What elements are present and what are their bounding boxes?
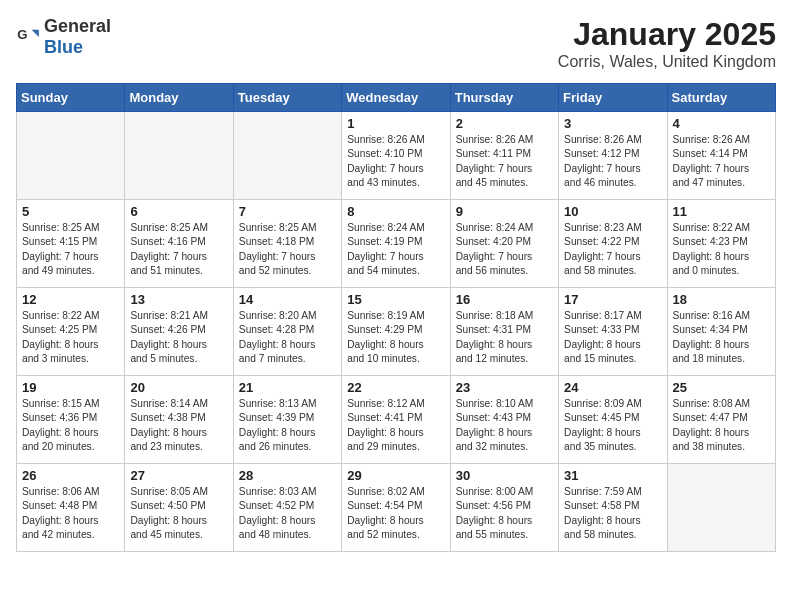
day-number: 26 xyxy=(22,468,119,483)
calendar-subtitle: Corris, Wales, United Kingdom xyxy=(558,53,776,71)
day-number: 18 xyxy=(673,292,770,307)
page-header: G General Blue January 2025 Corris, Wale… xyxy=(16,16,776,71)
calendar-week-row: 1Sunrise: 8:26 AM Sunset: 4:10 PM Daylig… xyxy=(17,112,776,200)
calendar-cell xyxy=(125,112,233,200)
day-number: 1 xyxy=(347,116,444,131)
day-number: 13 xyxy=(130,292,227,307)
day-number: 29 xyxy=(347,468,444,483)
calendar-cell: 9Sunrise: 8:24 AM Sunset: 4:20 PM Daylig… xyxy=(450,200,558,288)
svg-marker-2 xyxy=(32,30,39,37)
calendar-cell: 16Sunrise: 8:18 AM Sunset: 4:31 PM Dayli… xyxy=(450,288,558,376)
calendar-cell xyxy=(667,464,775,552)
day-number: 7 xyxy=(239,204,336,219)
cell-info: Sunrise: 8:26 AM Sunset: 4:11 PM Dayligh… xyxy=(456,133,553,190)
day-header: Tuesday xyxy=(233,84,341,112)
calendar-cell: 24Sunrise: 8:09 AM Sunset: 4:45 PM Dayli… xyxy=(559,376,667,464)
calendar-cell: 20Sunrise: 8:14 AM Sunset: 4:38 PM Dayli… xyxy=(125,376,233,464)
calendar-cell: 2Sunrise: 8:26 AM Sunset: 4:11 PM Daylig… xyxy=(450,112,558,200)
day-number: 20 xyxy=(130,380,227,395)
day-number: 11 xyxy=(673,204,770,219)
day-number: 8 xyxy=(347,204,444,219)
cell-info: Sunrise: 8:17 AM Sunset: 4:33 PM Dayligh… xyxy=(564,309,661,366)
cell-info: Sunrise: 8:23 AM Sunset: 4:22 PM Dayligh… xyxy=(564,221,661,278)
calendar-week-row: 26Sunrise: 8:06 AM Sunset: 4:48 PM Dayli… xyxy=(17,464,776,552)
calendar-cell: 31Sunrise: 7:59 AM Sunset: 4:58 PM Dayli… xyxy=(559,464,667,552)
calendar-cell: 27Sunrise: 8:05 AM Sunset: 4:50 PM Dayli… xyxy=(125,464,233,552)
cell-info: Sunrise: 8:09 AM Sunset: 4:45 PM Dayligh… xyxy=(564,397,661,454)
calendar-cell: 17Sunrise: 8:17 AM Sunset: 4:33 PM Dayli… xyxy=(559,288,667,376)
cell-info: Sunrise: 8:24 AM Sunset: 4:20 PM Dayligh… xyxy=(456,221,553,278)
day-number: 10 xyxy=(564,204,661,219)
day-header: Sunday xyxy=(17,84,125,112)
day-number: 27 xyxy=(130,468,227,483)
day-header: Thursday xyxy=(450,84,558,112)
calendar-cell: 26Sunrise: 8:06 AM Sunset: 4:48 PM Dayli… xyxy=(17,464,125,552)
calendar-cell xyxy=(17,112,125,200)
calendar-cell: 12Sunrise: 8:22 AM Sunset: 4:25 PM Dayli… xyxy=(17,288,125,376)
day-number: 24 xyxy=(564,380,661,395)
calendar-cell: 30Sunrise: 8:00 AM Sunset: 4:56 PM Dayli… xyxy=(450,464,558,552)
calendar-title: January 2025 xyxy=(558,16,776,53)
calendar-week-row: 12Sunrise: 8:22 AM Sunset: 4:25 PM Dayli… xyxy=(17,288,776,376)
cell-info: Sunrise: 8:25 AM Sunset: 4:16 PM Dayligh… xyxy=(130,221,227,278)
cell-info: Sunrise: 8:02 AM Sunset: 4:54 PM Dayligh… xyxy=(347,485,444,542)
calendar-cell: 28Sunrise: 8:03 AM Sunset: 4:52 PM Dayli… xyxy=(233,464,341,552)
day-number: 17 xyxy=(564,292,661,307)
day-header: Friday xyxy=(559,84,667,112)
calendar-cell: 3Sunrise: 8:26 AM Sunset: 4:12 PM Daylig… xyxy=(559,112,667,200)
calendar-week-row: 19Sunrise: 8:15 AM Sunset: 4:36 PM Dayli… xyxy=(17,376,776,464)
cell-info: Sunrise: 8:00 AM Sunset: 4:56 PM Dayligh… xyxy=(456,485,553,542)
calendar-cell: 7Sunrise: 8:25 AM Sunset: 4:18 PM Daylig… xyxy=(233,200,341,288)
day-number: 19 xyxy=(22,380,119,395)
cell-info: Sunrise: 8:06 AM Sunset: 4:48 PM Dayligh… xyxy=(22,485,119,542)
cell-info: Sunrise: 8:26 AM Sunset: 4:14 PM Dayligh… xyxy=(673,133,770,190)
cell-info: Sunrise: 8:26 AM Sunset: 4:10 PM Dayligh… xyxy=(347,133,444,190)
cell-info: Sunrise: 8:13 AM Sunset: 4:39 PM Dayligh… xyxy=(239,397,336,454)
cell-info: Sunrise: 8:21 AM Sunset: 4:26 PM Dayligh… xyxy=(130,309,227,366)
cell-info: Sunrise: 8:15 AM Sunset: 4:36 PM Dayligh… xyxy=(22,397,119,454)
day-number: 12 xyxy=(22,292,119,307)
cell-info: Sunrise: 8:05 AM Sunset: 4:50 PM Dayligh… xyxy=(130,485,227,542)
day-number: 9 xyxy=(456,204,553,219)
calendar-cell: 19Sunrise: 8:15 AM Sunset: 4:36 PM Dayli… xyxy=(17,376,125,464)
calendar-cell: 18Sunrise: 8:16 AM Sunset: 4:34 PM Dayli… xyxy=(667,288,775,376)
cell-info: Sunrise: 8:12 AM Sunset: 4:41 PM Dayligh… xyxy=(347,397,444,454)
cell-info: Sunrise: 8:14 AM Sunset: 4:38 PM Dayligh… xyxy=(130,397,227,454)
calendar-header-row: SundayMondayTuesdayWednesdayThursdayFrid… xyxy=(17,84,776,112)
day-header: Saturday xyxy=(667,84,775,112)
day-number: 31 xyxy=(564,468,661,483)
cell-info: Sunrise: 8:22 AM Sunset: 4:23 PM Dayligh… xyxy=(673,221,770,278)
calendar-table: SundayMondayTuesdayWednesdayThursdayFrid… xyxy=(16,83,776,552)
cell-info: Sunrise: 7:59 AM Sunset: 4:58 PM Dayligh… xyxy=(564,485,661,542)
day-number: 6 xyxy=(130,204,227,219)
cell-info: Sunrise: 8:24 AM Sunset: 4:19 PM Dayligh… xyxy=(347,221,444,278)
day-number: 5 xyxy=(22,204,119,219)
calendar-week-row: 5Sunrise: 8:25 AM Sunset: 4:15 PM Daylig… xyxy=(17,200,776,288)
cell-info: Sunrise: 8:03 AM Sunset: 4:52 PM Dayligh… xyxy=(239,485,336,542)
calendar-cell xyxy=(233,112,341,200)
day-number: 14 xyxy=(239,292,336,307)
title-area: January 2025 Corris, Wales, United Kingd… xyxy=(558,16,776,71)
logo-icon: G xyxy=(16,25,40,49)
cell-info: Sunrise: 8:10 AM Sunset: 4:43 PM Dayligh… xyxy=(456,397,553,454)
calendar-cell: 13Sunrise: 8:21 AM Sunset: 4:26 PM Dayli… xyxy=(125,288,233,376)
calendar-cell: 29Sunrise: 8:02 AM Sunset: 4:54 PM Dayli… xyxy=(342,464,450,552)
cell-info: Sunrise: 8:25 AM Sunset: 4:18 PM Dayligh… xyxy=(239,221,336,278)
day-number: 23 xyxy=(456,380,553,395)
cell-info: Sunrise: 8:20 AM Sunset: 4:28 PM Dayligh… xyxy=(239,309,336,366)
cell-info: Sunrise: 8:18 AM Sunset: 4:31 PM Dayligh… xyxy=(456,309,553,366)
calendar-cell: 21Sunrise: 8:13 AM Sunset: 4:39 PM Dayli… xyxy=(233,376,341,464)
calendar-cell: 23Sunrise: 8:10 AM Sunset: 4:43 PM Dayli… xyxy=(450,376,558,464)
svg-text:G: G xyxy=(17,27,27,42)
day-number: 25 xyxy=(673,380,770,395)
day-number: 2 xyxy=(456,116,553,131)
cell-info: Sunrise: 8:08 AM Sunset: 4:47 PM Dayligh… xyxy=(673,397,770,454)
logo-general: General xyxy=(44,16,111,36)
day-header: Monday xyxy=(125,84,233,112)
cell-info: Sunrise: 8:26 AM Sunset: 4:12 PM Dayligh… xyxy=(564,133,661,190)
calendar-cell: 10Sunrise: 8:23 AM Sunset: 4:22 PM Dayli… xyxy=(559,200,667,288)
calendar-cell: 1Sunrise: 8:26 AM Sunset: 4:10 PM Daylig… xyxy=(342,112,450,200)
day-number: 22 xyxy=(347,380,444,395)
day-number: 16 xyxy=(456,292,553,307)
calendar-cell: 15Sunrise: 8:19 AM Sunset: 4:29 PM Dayli… xyxy=(342,288,450,376)
